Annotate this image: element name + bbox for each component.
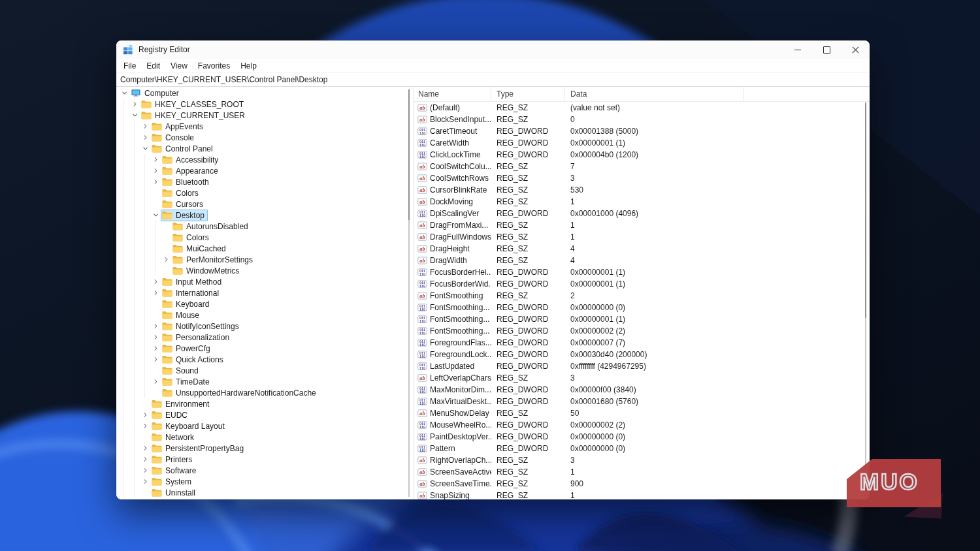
chevron-right-icon[interactable] [161, 254, 171, 265]
tree-item-timedate[interactable]: TimeDate [116, 376, 406, 387]
chevron-right-icon[interactable] [129, 99, 140, 110]
tree-item-software[interactable]: Software [116, 465, 406, 476]
column-header-type[interactable]: Type [491, 87, 565, 101]
list-scrollbar[interactable] [863, 102, 868, 497]
tree-item-muicached[interactable]: MuiCached [116, 243, 406, 254]
registry-value-row-maxmonitordim[interactable]: MaxMonitorDim...REG_DWORD0x00000f00 (384… [414, 384, 870, 396]
registry-value-row-clicklocktime[interactable]: ClickLockTimeREG_DWORD0x000004b0 (1200) [414, 149, 870, 161]
registry-value-row-coolswitchcolu[interactable]: CoolSwitchColu...REG_SZ7 [414, 161, 870, 172]
chevron-right-icon[interactable] [150, 343, 161, 354]
registry-value-row-maxvirtualdeskt[interactable]: MaxVirtualDeskt...REG_DWORD0x00001680 (5… [414, 396, 870, 407]
tree-item-printers[interactable]: Printers [116, 454, 406, 465]
registry-value-row-dragwidth[interactable]: DragWidthREG_SZ4 [414, 255, 870, 266]
registry-value-row-dpiscalingver[interactable]: DpiScalingVerREG_DWORD0x00001000 (4096) [414, 208, 870, 219]
registry-value-row-fontsmoothing[interactable]: FontSmoothingREG_SZ2 [414, 290, 870, 302]
chevron-right-icon[interactable] [150, 287, 161, 298]
tree-item-appearance[interactable]: Appearance [116, 165, 406, 176]
registry-path-bar[interactable]: Computer\HKEY_CURRENT_USER\Control Panel… [116, 73, 870, 87]
chevron-right-icon[interactable] [140, 132, 150, 143]
chevron-right-icon[interactable] [140, 409, 150, 420]
tree-item-personalization[interactable]: Personalization [116, 332, 406, 343]
tree-item-powercfg[interactable]: PowerCfg [116, 343, 406, 354]
tree-item-international[interactable]: International [116, 287, 406, 298]
chevron-right-icon[interactable] [150, 376, 161, 387]
registry-value-row-snapsizing[interactable]: SnapSizingREG_SZ1 [414, 490, 870, 499]
title-bar[interactable]: Registry Editor [116, 40, 870, 59]
list-scrollbar-thumb[interactable] [865, 102, 866, 318]
registry-value-row-fontsmoothing[interactable]: FontSmoothing...REG_DWORD0x00000001 (1) [414, 313, 870, 325]
tree-item-control-panel[interactable]: Control Panel [116, 143, 406, 154]
registry-value-row-carettimeout[interactable]: CaretTimeoutREG_DWORD0x00001388 (5000) [414, 125, 870, 137]
tree-item-sound[interactable]: Sound [116, 365, 406, 376]
chevron-right-icon[interactable] [150, 354, 161, 365]
registry-value-row-pattern[interactable]: PatternREG_DWORD0x00000000 (0) [414, 443, 870, 454]
tree-item-environment[interactable]: Environment [116, 398, 406, 409]
chevron-right-icon[interactable] [150, 332, 161, 343]
registry-value-row-lastupdated[interactable]: LastUpdatedREG_DWORD0xffffffff (42949672… [414, 360, 870, 372]
tree-item-system[interactable]: System [116, 476, 406, 487]
chevron-right-icon[interactable] [140, 420, 150, 432]
tree-item-hkey-classes-root[interactable]: HKEY_CLASSES_ROOT [116, 99, 406, 110]
registry-value-row-leftoverlapchars[interactable]: LeftOverlapCharsREG_SZ3 [414, 372, 870, 384]
chevron-right-icon[interactable] [150, 321, 161, 332]
tree-item-bluetooth[interactable]: Bluetooth [116, 176, 406, 187]
registry-value-row-cursorblinkrate[interactable]: CursorBlinkRateREG_SZ530 [414, 184, 870, 196]
tree-item-notifyiconsettings[interactable]: NotifyIconSettings [116, 321, 406, 332]
chevron-down-icon[interactable] [119, 87, 129, 99]
registry-value-row-menushowdelay[interactable]: MenuShowDelayREG_SZ50 [414, 407, 870, 419]
tree-item-mouse[interactable]: Mouse [116, 309, 406, 321]
registry-value-row-fontsmoothing[interactable]: FontSmoothing...REG_DWORD0x00000000 (0) [414, 302, 870, 313]
column-header-name[interactable]: Name [414, 87, 491, 101]
tree-item-uninstall[interactable]: Uninstall [116, 487, 406, 498]
registry-value-row-foregroundlock[interactable]: ForegroundLock...REG_DWORD0x00030d40 (20… [414, 349, 870, 360]
tree-item-windowmetrics[interactable]: WindowMetrics [116, 265, 406, 276]
tree-item-quick-actions[interactable]: Quick Actions [116, 354, 406, 365]
registry-value-row-blocksendinput[interactable]: BlockSendInput...REG_SZ0 [414, 114, 870, 125]
registry-value-row-dragfullwindows[interactable]: DragFullWindowsREG_SZ1 [414, 231, 870, 243]
registry-value-row-rightoverlapch[interactable]: RightOverlapCh...REG_SZ3 [414, 454, 870, 466]
registry-value-row-paintdesktopver[interactable]: PaintDesktopVer...REG_DWORD0x00000000 (0… [414, 431, 870, 443]
tree-item-eudc[interactable]: EUDC [116, 409, 406, 420]
menu-item-file[interactable]: File [118, 61, 141, 71]
chevron-right-icon[interactable] [150, 276, 161, 287]
registry-value-row-focusborderwid[interactable]: FocusBorderWid...REG_DWORD0x00000001 (1) [414, 278, 870, 290]
tree-item-input-method[interactable]: Input Method [116, 276, 406, 287]
registry-value-row-coolswitchrows[interactable]: CoolSwitchRowsREG_SZ3 [414, 172, 870, 184]
tree-item-computer[interactable]: Computer [116, 87, 406, 99]
tree-item-colors[interactable]: Colors [116, 187, 406, 198]
chevron-right-icon[interactable] [140, 465, 150, 476]
menu-item-favorites[interactable]: Favorites [193, 61, 235, 71]
tree-item-console[interactable]: Console [116, 132, 406, 143]
registry-value-row-dockmoving[interactable]: DockMovingREG_SZ1 [414, 196, 870, 208]
registry-value-row-fontsmoothing[interactable]: FontSmoothing...REG_DWORD0x00000002 (2) [414, 325, 870, 337]
close-button[interactable] [841, 40, 870, 59]
registry-value-row-dragfrommaxi[interactable]: DragFromMaxi...REG_SZ1 [414, 219, 870, 231]
chevron-down-icon[interactable] [140, 143, 150, 154]
tree-item-colors[interactable]: Colors [116, 232, 406, 243]
chevron-right-icon[interactable] [140, 121, 150, 132]
registry-value-row-foregroundflas[interactable]: ForegroundFlas...REG_DWORD0x00000007 (7) [414, 337, 870, 349]
chevron-right-icon[interactable] [150, 176, 161, 187]
chevron-down-icon[interactable] [129, 110, 140, 121]
chevron-down-icon[interactable] [150, 210, 161, 221]
registry-value-row-screensaveactive[interactable]: ScreenSaveActiveREG_SZ1 [414, 466, 870, 478]
tree-item-autorunsdisabled[interactable]: AutorunsDisabled [116, 221, 406, 232]
chevron-right-icon[interactable] [140, 454, 150, 465]
tree-scrollbar-thumb[interactable] [408, 89, 410, 220]
tree-item-appevents[interactable]: AppEvents [116, 121, 406, 132]
minimize-button[interactable] [783, 40, 812, 59]
registry-value-row-dragheight[interactable]: DragHeightREG_SZ4 [414, 243, 870, 255]
registry-value-row-screensavetime[interactable]: ScreenSaveTime...REG_SZ900 [414, 478, 870, 490]
tree-scrollbar[interactable] [406, 87, 414, 499]
registry-value-row-focusborderhei[interactable]: FocusBorderHei...REG_DWORD0x00000001 (1) [414, 266, 870, 278]
tree-item-hkey-current-user[interactable]: HKEY_CURRENT_USER [116, 110, 406, 121]
tree-item-network[interactable]: Network [116, 432, 406, 443]
registry-value-row-default[interactable]: (Default)REG_SZ(value not set) [414, 102, 870, 114]
chevron-right-icon[interactable] [140, 443, 150, 454]
chevron-right-icon[interactable] [150, 165, 161, 176]
tree-item-persistentpropertybag[interactable]: PersistentPropertyBag [116, 443, 406, 454]
column-header-data[interactable]: Data [565, 87, 744, 101]
menu-item-help[interactable]: Help [235, 61, 262, 71]
tree-item-cursors[interactable]: Cursors [116, 198, 406, 210]
menu-item-view[interactable]: View [165, 61, 193, 71]
